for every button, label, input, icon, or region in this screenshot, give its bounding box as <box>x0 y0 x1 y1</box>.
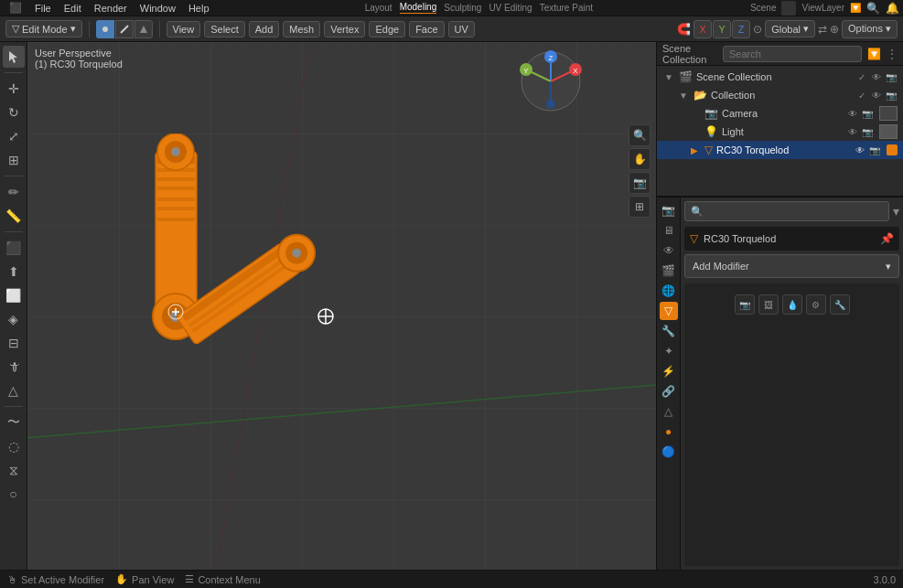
props-output-icon[interactable]: 🖥 <box>660 221 678 240</box>
select-menu[interactable]: Select <box>204 21 245 37</box>
outliner-row-light[interactable]: 💡 Light 👁 📷 <box>657 123 903 141</box>
tab-modeling[interactable]: Modeling <box>400 2 437 14</box>
rotate-tool[interactable]: ↻ <box>3 102 25 123</box>
outliner-search[interactable] <box>723 46 862 62</box>
transform-tool[interactable]: ⊞ <box>3 149 25 171</box>
props-object-icon[interactable]: ▽ <box>660 302 678 320</box>
props-btn-sphere[interactable]: ⚙ <box>806 294 826 315</box>
check-icon-2[interactable]: ✓ <box>855 89 868 102</box>
render-rc30[interactable]: 📷 <box>868 144 881 156</box>
mode-selector[interactable]: ▽ Edit Mode ▾ <box>5 20 82 37</box>
props-material-icon[interactable]: ● <box>660 422 678 441</box>
transform-icon[interactable]: ⇄ <box>818 23 827 36</box>
expand-rc30[interactable]: ▶ <box>688 144 701 156</box>
knife-tool[interactable]: 🗡 <box>3 356 25 378</box>
annotate-tool[interactable]: ✏ <box>3 181 25 203</box>
overlay-icon[interactable]: ⊕ <box>830 23 839 36</box>
tab-texture-paint[interactable]: Texture Paint <box>540 3 593 13</box>
loop-cut-tool[interactable]: ⊟ <box>3 332 25 354</box>
options-btn[interactable]: Options ▾ <box>842 20 898 38</box>
props-view-icon[interactable]: 👁 <box>660 241 678 260</box>
edge-select-btn[interactable] <box>115 20 134 38</box>
menu-file[interactable]: File <box>29 2 57 15</box>
props-world-icon[interactable]: 🌐 <box>660 282 678 300</box>
props-scene-icon[interactable]: 🎬 <box>660 262 678 280</box>
outliner-dots-icon[interactable]: ⋮ <box>887 48 898 60</box>
outliner-row-rc30[interactable]: ▶ ▽ RC30 Torquelod 👁 📷 <box>657 141 903 159</box>
mesh-menu[interactable]: Mesh <box>283 21 320 37</box>
edge-menu[interactable]: Edge <box>369 21 405 37</box>
transform-space[interactable]: Global ▾ <box>765 20 815 37</box>
props-render-icon[interactable]: 📷 <box>660 201 678 219</box>
props-shader-icon[interactable]: 🔵 <box>660 443 678 461</box>
eye-icon[interactable]: 👁 <box>870 70 883 83</box>
tab-sculpting[interactable]: Sculpting <box>444 3 481 13</box>
outliner-row-camera[interactable]: 📷 Camera 👁 📷 <box>657 104 903 123</box>
shear-tool[interactable]: ⧖ <box>3 459 25 481</box>
eye-icon-2[interactable]: 👁 <box>870 89 883 102</box>
props-btn-wrench[interactable]: 🔧 <box>830 294 850 315</box>
add-menu[interactable]: Add <box>249 21 280 37</box>
eye-rc30[interactable]: 👁 <box>854 144 866 156</box>
smooth-tool[interactable]: 〜 <box>3 412 25 433</box>
face-menu[interactable]: Face <box>409 21 444 37</box>
props-search-bar[interactable]: 🔍 <box>684 201 889 221</box>
props-constraints-icon[interactable]: 🔗 <box>660 382 678 401</box>
add-modifier-btn[interactable]: Add Modifier ▾ <box>684 254 899 278</box>
face-select-btn[interactable] <box>134 20 153 38</box>
view-menu[interactable]: View <box>167 21 201 37</box>
add-cube-tool[interactable]: ⬛ <box>3 237 25 259</box>
props-data-icon[interactable]: △ <box>660 402 678 421</box>
navigation-gizmo[interactable]: Z X Y <box>519 49 583 113</box>
outliner-row-collection[interactable]: ▼ 📂 Collection ✓ 👁 📷 <box>657 86 903 104</box>
viewport[interactable]: User Perspective (1) RC30 Torquelod Z X … <box>27 42 656 570</box>
vertex-menu[interactable]: Vertex <box>324 21 365 37</box>
props-search-input[interactable] <box>707 206 883 217</box>
grid-btn[interactable]: ⊞ <box>629 196 650 218</box>
props-particles-icon[interactable]: ✦ <box>660 342 678 360</box>
menu-help[interactable]: Help <box>183 2 215 15</box>
outliner-filter-icon[interactable]: 🔽 <box>867 48 881 60</box>
camera-btn[interactable]: 📷 <box>629 172 650 194</box>
props-physics-icon[interactable]: ⚡ <box>660 362 678 380</box>
menu-render[interactable]: Render <box>89 2 133 15</box>
props-pin-icon[interactable]: 📌 <box>880 232 894 245</box>
expand-collection[interactable]: ▼ <box>677 89 690 102</box>
scale-tool[interactable]: ⤢ <box>3 125 25 147</box>
proportional-icon[interactable]: ⊙ <box>753 23 762 36</box>
props-btn-render[interactable]: 📷 <box>735 294 755 315</box>
check-icon[interactable]: ✓ <box>855 70 868 83</box>
y-constraint-btn[interactable]: Y <box>713 20 731 38</box>
expand-scene[interactable]: ▼ <box>662 70 675 83</box>
zoom-in-btn[interactable]: 🔍 <box>629 124 650 146</box>
extrude-tool[interactable]: ⬆ <box>3 261 25 283</box>
eye-light[interactable]: 👁 <box>846 125 859 138</box>
z-constraint-btn[interactable]: Z <box>732 20 750 38</box>
menu-window[interactable]: Window <box>134 2 181 15</box>
inset-tool[interactable]: ⬜ <box>3 284 25 306</box>
props-modifier-icon[interactable]: 🔧 <box>660 322 678 340</box>
props-dropdown-icon[interactable]: ▾ <box>893 204 899 219</box>
render-camera[interactable]: 📷 <box>861 107 874 120</box>
render-light[interactable]: 📷 <box>861 125 874 138</box>
outliner-row-scene[interactable]: ▼ 🎬 Scene Collection ✓ 👁 📷 <box>657 68 903 86</box>
camera-vis-icon-2[interactable]: 📷 <box>885 89 898 102</box>
tab-uv-editing[interactable]: UV Editing <box>489 3 532 13</box>
uv-menu[interactable]: UV <box>448 21 475 37</box>
pan-btn[interactable]: ✋ <box>629 148 650 170</box>
menu-blender-logo[interactable]: ⬛ <box>4 1 27 15</box>
x-constraint-btn[interactable]: X <box>693 20 712 38</box>
shrink-tool[interactable]: ◌ <box>3 435 25 457</box>
props-btn-droplet[interactable]: 💧 <box>782 294 802 315</box>
props-btn-image[interactable]: 🖼 <box>758 294 779 315</box>
bevel-tool[interactable]: ◈ <box>3 308 25 330</box>
camera-vis-icon[interactable]: 📷 <box>885 70 898 83</box>
vertex-select-btn[interactable] <box>96 20 114 38</box>
poly-build-tool[interactable]: △ <box>3 380 25 401</box>
measure-tool[interactable]: 📏 <box>3 205 25 227</box>
snap-icon[interactable]: 🧲 <box>677 23 691 36</box>
cursor-tool[interactable] <box>3 46 25 68</box>
move-tool[interactable]: ✛ <box>3 78 25 100</box>
eye-camera[interactable]: 👁 <box>846 107 859 120</box>
menu-edit[interactable]: Edit <box>59 2 87 15</box>
